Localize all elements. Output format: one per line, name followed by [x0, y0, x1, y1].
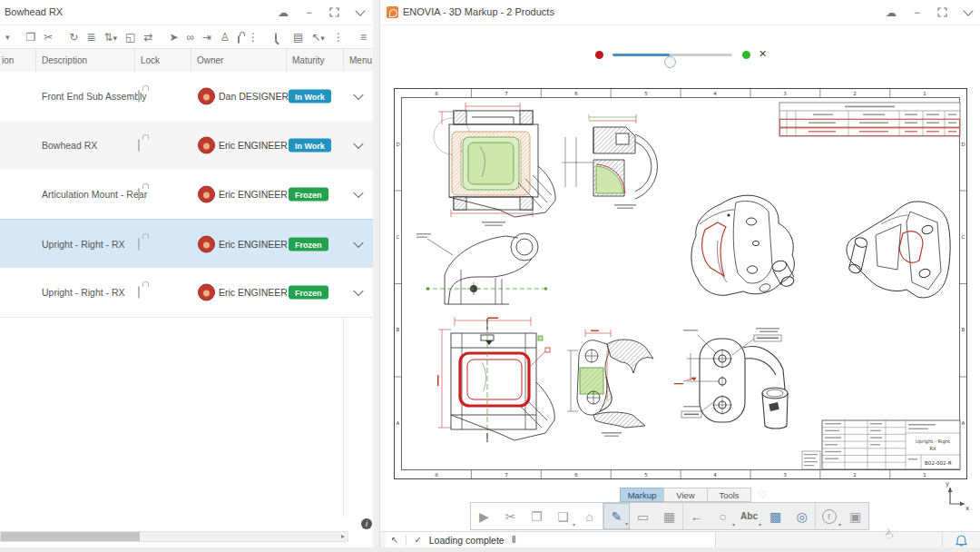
horizontal-scrollbar[interactable]	[0, 531, 348, 542]
slider-track[interactable]	[612, 54, 732, 56]
unlock-icon[interactable]	[138, 239, 140, 250]
scrollbar-right-arrow[interactable]	[341, 535, 345, 538]
scrollbar-thumb[interactable]	[1, 532, 140, 541]
avatar	[198, 88, 215, 105]
revision-table	[779, 103, 960, 136]
minimize-icon[interactable]: −	[306, 7, 312, 18]
table-row[interactable]: Articulation Mount - Rear Eric ENGINEER …	[0, 170, 373, 220]
table-row[interactable]: Front End Sub Assembly Dan DESIGNER In W…	[0, 72, 373, 122]
svg-text:1: 1	[923, 472, 926, 478]
select-cursor-icon[interactable]: ↖▾	[311, 32, 325, 43]
status-badge: In Work	[289, 139, 331, 153]
svg-text:2: 2	[853, 472, 857, 478]
tab-view[interactable]: View	[663, 488, 708, 502]
pause-icon[interactable]: Ⅱ	[512, 536, 516, 545]
markup-edit-icon[interactable]: ✎▾	[603, 503, 630, 529]
column-header-lock[interactable]: Lock	[134, 49, 191, 73]
open-in-icon[interactable]: ⇥	[202, 32, 211, 43]
cut-icon[interactable]: ✂	[497, 503, 524, 529]
grid-edit-icon[interactable]: ▦	[656, 503, 682, 529]
avatar	[198, 284, 215, 301]
table-row[interactable]: Bowhead RX Eric ENGINEER In Work	[0, 121, 373, 171]
row-chevron-icon[interactable]	[353, 286, 363, 296]
column-header-maturity[interactable]: Maturity State	[286, 49, 343, 73]
measure-icon[interactable]: ◎	[789, 503, 815, 529]
sort-icon[interactable]: ⇅▾	[103, 32, 117, 43]
row-chevron-icon[interactable]	[353, 139, 363, 149]
favorite-heart-icon[interactable]: ♡	[758, 489, 768, 500]
unlock-icon[interactable]	[138, 91, 140, 102]
svg-text:7: 7	[505, 91, 508, 96]
chevron-down-icon[interactable]	[963, 5, 973, 15]
table-row-selected[interactable]: Upright - Right - RX Eric ENGINEER Froze…	[0, 219, 373, 270]
expand-icon[interactable]	[937, 7, 947, 17]
chevron-down-icon[interactable]	[355, 5, 365, 15]
column-header-clipped[interactable]: ion	[0, 49, 35, 73]
drawing-sheet[interactable]: 87654321 87654321 DCBA DCBA	[394, 87, 968, 480]
kebab-menu-icon[interactable]: ⋮	[248, 32, 259, 43]
slider-handle[interactable]	[664, 56, 676, 68]
unlock-icon[interactable]	[138, 287, 140, 298]
column-header-owner[interactable]: Owner	[191, 49, 286, 73]
structure-list-icon[interactable]: ≣	[86, 32, 95, 43]
svg-text:RX: RX	[929, 446, 936, 451]
instance-icon[interactable]: ◱	[125, 32, 135, 43]
row-chevron-icon[interactable]	[353, 188, 363, 198]
snapshot-icon[interactable]: ▣	[842, 503, 868, 529]
clipboard-play-icon[interactable]: ▶	[471, 503, 497, 529]
close-icon[interactable]: ✕	[759, 48, 767, 60]
tab-markup[interactable]: Markup	[620, 488, 664, 502]
status-badge: Frozen	[289, 238, 328, 251]
info-icon[interactable]	[361, 518, 372, 529]
column-header-description[interactable]: Description	[35, 49, 134, 73]
copy-icon[interactable]: ❐	[26, 32, 36, 43]
title-block: Upright - Right RX B02-002-R	[802, 420, 960, 469]
svg-text:Upright - Right: Upright - Right	[916, 439, 950, 445]
svg-text:1: 1	[923, 91, 926, 96]
unlock-icon[interactable]	[138, 140, 140, 151]
share-icon[interactable]: ➤	[169, 32, 178, 43]
image-markup-icon[interactable]: ▩	[762, 503, 789, 529]
unlock-icon[interactable]	[138, 189, 140, 200]
structure-toolbar: ▾ ❐ ✂ ↻ ≣ ⇅▾ ◱ ⇄ ➤ ∞ ⇥ ♙ ⋮ ▤ ↖▾ ⋮ ≡	[0, 25, 373, 50]
home-icon[interactable]: ⌂	[576, 503, 603, 529]
svg-text:C: C	[397, 234, 400, 240]
caret-down-icon[interactable]: ▾	[5, 34, 10, 42]
rectangle-tool-icon[interactable]: ▭	[630, 503, 656, 529]
cloud-icon[interactable]: ☁	[278, 7, 289, 18]
link-icon[interactable]: ∞	[187, 32, 195, 43]
compare-icon[interactable]: ⇄	[143, 32, 152, 43]
issue-icon[interactable]: !▾	[816, 503, 842, 529]
person-icon[interactable]: ♙	[220, 32, 230, 43]
notification-button[interactable]	[942, 532, 979, 547]
database-icon[interactable]: ▤	[293, 32, 303, 43]
paste-icon[interactable]: ❏▾	[550, 503, 576, 529]
search-icon[interactable]	[275, 33, 277, 42]
refresh-icon[interactable]: ↻	[69, 32, 78, 43]
table-row[interactable]: Upright - Right - RX Eric ENGINEER Froze…	[0, 268, 373, 318]
row-chevron-icon[interactable]	[353, 238, 363, 248]
row-description: Bowhead RX	[42, 140, 97, 151]
row-owner: Dan DESIGNER	[219, 91, 289, 102]
svg-text:4: 4	[713, 472, 717, 478]
viewer-tab-bar: Markup View Tools ♡	[621, 487, 768, 502]
row-chevron-icon[interactable]	[353, 90, 363, 100]
copy-icon[interactable]: ❐	[524, 503, 550, 529]
caret-down-icon: ▾	[759, 521, 761, 527]
svg-text:3: 3	[783, 472, 787, 478]
minimize-icon[interactable]: −	[914, 7, 920, 18]
cut-icon[interactable]: ✂	[44, 32, 53, 43]
tab-tools[interactable]: Tools	[707, 488, 751, 502]
column-header-menu[interactable]: Menu	[343, 49, 373, 73]
lock-icon[interactable]	[238, 35, 240, 44]
expand-icon[interactable]	[329, 7, 339, 17]
circle-tool-icon[interactable]: ○▾	[710, 503, 736, 529]
text-tool-icon[interactable]: Abc▾	[736, 503, 762, 529]
cloud-icon[interactable]: ☁	[886, 7, 897, 18]
select-cursor-icon[interactable]: ↖	[391, 536, 398, 545]
back-arrow-icon[interactable]: ←	[683, 503, 710, 529]
status-badge: Frozen	[289, 286, 328, 300]
menu-lines-icon[interactable]: ≡	[360, 32, 367, 43]
row-owner: Eric ENGINEER	[219, 189, 288, 200]
kebab-menu-icon[interactable]: ⋮	[333, 32, 344, 43]
